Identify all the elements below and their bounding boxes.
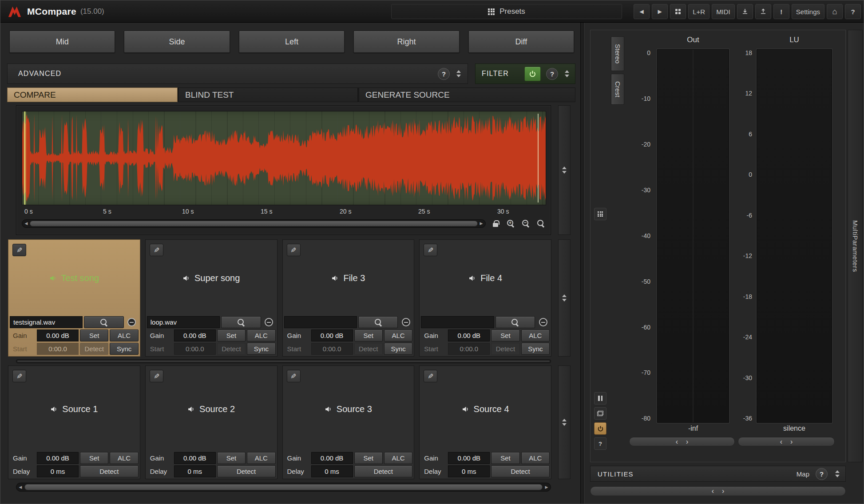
utilities-expand-spinner[interactable]	[834, 470, 841, 477]
track-panel-4[interactable]: ✎ File 4 Gain 0.00 dB Set ALC Star	[419, 239, 551, 357]
gain-set-button[interactable]: Set	[491, 329, 519, 341]
scroll-left-icon[interactable]: ◀	[23, 220, 30, 227]
remove-file-button[interactable]	[262, 316, 276, 328]
gain-set-button[interactable]: Set	[354, 452, 383, 464]
gain-value[interactable]: 0.00 dB	[174, 452, 216, 464]
browse-file-button[interactable]	[221, 316, 261, 328]
gain-value[interactable]: 0.00 dB	[448, 329, 490, 341]
file-name-input[interactable]	[284, 316, 357, 328]
delay-value[interactable]: 0 ms	[174, 465, 216, 477]
sync-button[interactable]: Sync	[521, 343, 550, 355]
start-value[interactable]: 0:00.0	[174, 343, 216, 355]
tab-generate-source[interactable]: GENERATE SOURCE	[359, 87, 575, 102]
utilities-bar[interactable]: UTILITIES Map ?	[590, 466, 846, 482]
file-name-input[interactable]: loop.wav	[147, 316, 220, 328]
channel-side-button[interactable]: Side	[124, 31, 230, 53]
tracks-scrollbar[interactable]	[16, 359, 551, 363]
gain-value[interactable]: 0.00 dB	[174, 329, 216, 341]
panels-scrollbar-handle[interactable]	[24, 484, 543, 490]
gain-set-button[interactable]: Set	[217, 452, 246, 464]
next-preset-button[interactable]: ▶	[652, 4, 668, 19]
gain-value[interactable]: 0.00 dB	[311, 329, 353, 341]
edit-source-button[interactable]: ✎	[424, 370, 437, 382]
home-button[interactable]: ⌂	[827, 4, 843, 19]
gain-value[interactable]: 0.00 dB	[448, 452, 490, 464]
channel-left-button[interactable]: Left	[239, 31, 345, 53]
edit-source-button[interactable]: ✎	[150, 370, 163, 382]
remove-file-button[interactable]	[125, 316, 139, 328]
lu-meter-bar[interactable]	[757, 49, 832, 423]
advanced-expand-spinner[interactable]	[455, 70, 462, 77]
edit-track-button[interactable]: ✎	[424, 244, 437, 256]
start-value[interactable]: 0:00.0	[448, 343, 490, 355]
delay-detect-button[interactable]: Detect	[491, 465, 550, 477]
gain-set-button[interactable]: Set	[354, 329, 383, 341]
zoom-out-button[interactable]: −	[520, 218, 531, 229]
settings-button[interactable]: Settings	[792, 4, 824, 19]
meter-grid-button[interactable]	[594, 208, 606, 220]
alc-button[interactable]: ALC	[384, 452, 412, 464]
edit-track-button[interactable]: ✎	[12, 244, 26, 256]
meter-layers-button[interactable]	[594, 407, 606, 420]
browse-file-button[interactable]	[358, 316, 398, 328]
track-panel-3[interactable]: ✎ File 3 Gain 0.00 dB Set ALC Star	[282, 239, 415, 357]
channel-right-button[interactable]: Right	[353, 31, 459, 53]
alc-button[interactable]: ALC	[247, 329, 275, 341]
panels-scrollbar[interactable]: ◀ ▶	[16, 483, 551, 492]
remove-file-button[interactable]	[536, 316, 550, 328]
gain-set-button[interactable]: Set	[217, 329, 246, 341]
import-button[interactable]	[737, 4, 753, 19]
start-value[interactable]: 0:00.0	[37, 343, 79, 355]
gain-value[interactable]: 0.00 dB	[37, 452, 79, 464]
sources-settings-strip[interactable]	[558, 365, 571, 479]
utilities-slider[interactable]: ‹ ›	[590, 486, 846, 496]
out-meter-bar[interactable]	[657, 49, 729, 423]
waveform-scrollbar-handle[interactable]	[30, 221, 478, 226]
gain-set-button[interactable]: Set	[80, 329, 108, 341]
out-range-slider[interactable]: ‹ ›	[629, 437, 735, 446]
scroll-right-icon[interactable]: ▶	[543, 483, 550, 491]
gain-set-button[interactable]: Set	[80, 452, 108, 464]
tracks-settings-strip[interactable]	[558, 239, 571, 357]
lu-range-slider[interactable]: ‹ ›	[738, 437, 835, 446]
delay-detect-button[interactable]: Detect	[80, 465, 139, 477]
sync-button[interactable]: Sync	[110, 343, 138, 355]
tracks-scrollbar-handle[interactable]	[17, 361, 550, 362]
tab-blind-test[interactable]: BLIND TEST	[178, 87, 358, 102]
channel-mid-button[interactable]: Mid	[9, 31, 115, 53]
alc-button[interactable]: ALC	[384, 329, 412, 341]
gain-set-button[interactable]: Set	[491, 452, 519, 464]
utilities-help-button[interactable]: ?	[816, 468, 828, 480]
meter-power-button[interactable]	[594, 422, 606, 435]
out-meter-value[interactable]: -inf	[657, 425, 729, 433]
zoom-in-button[interactable]: +	[505, 218, 516, 229]
edit-source-button[interactable]: ✎	[12, 370, 26, 382]
alc-button[interactable]: ALC	[521, 329, 550, 341]
scroll-left-icon[interactable]: ◀	[17, 483, 24, 491]
strip-spinner[interactable]	[561, 419, 568, 426]
lock-zoom-button[interactable]	[490, 218, 501, 229]
gain-value[interactable]: 0.00 dB	[37, 329, 79, 341]
scroll-right-icon[interactable]: ▶	[478, 220, 485, 227]
source-panel-4[interactable]: ✎ Source 4 Gain 0.00 dB Set ALC Delay 0 …	[419, 365, 551, 479]
channel-mode-button[interactable]: L+R	[688, 4, 709, 19]
track-panel-1[interactable]: ✎ Test song testsignal.wav Gain 0.00 dB …	[8, 239, 140, 357]
file-name-input[interactable]: testsignal.wav	[10, 316, 83, 328]
sync-button[interactable]: Sync	[384, 343, 412, 355]
waveform-settings-strip[interactable]	[558, 105, 571, 235]
track-panel-2[interactable]: ✎ Super song loop.wav Gain 0.00 dB Set A…	[145, 239, 277, 357]
alc-button[interactable]: ALC	[110, 452, 138, 464]
waveform-scrollbar[interactable]: ◀ ▶	[22, 219, 486, 228]
delay-detect-button[interactable]: Detect	[354, 465, 413, 477]
filter-section[interactable]: FILTER ?	[475, 63, 575, 84]
edit-track-button[interactable]: ✎	[150, 244, 163, 256]
advanced-section[interactable]: ADVANCED ?	[7, 63, 468, 84]
multiparameters-strip[interactable]: MultiParameters	[848, 30, 863, 462]
channel-diff-button[interactable]: Diff	[468, 31, 574, 53]
filter-help-button[interactable]: ?	[546, 68, 558, 80]
delay-value[interactable]: 0 ms	[37, 465, 79, 477]
alc-button[interactable]: ALC	[110, 329, 138, 341]
source-panel-3[interactable]: ✎ Source 3 Gain 0.00 dB Set ALC Delay 0 …	[282, 365, 415, 479]
zoom-reset-button[interactable]	[535, 218, 546, 229]
delay-value[interactable]: 0 ms	[311, 465, 353, 477]
